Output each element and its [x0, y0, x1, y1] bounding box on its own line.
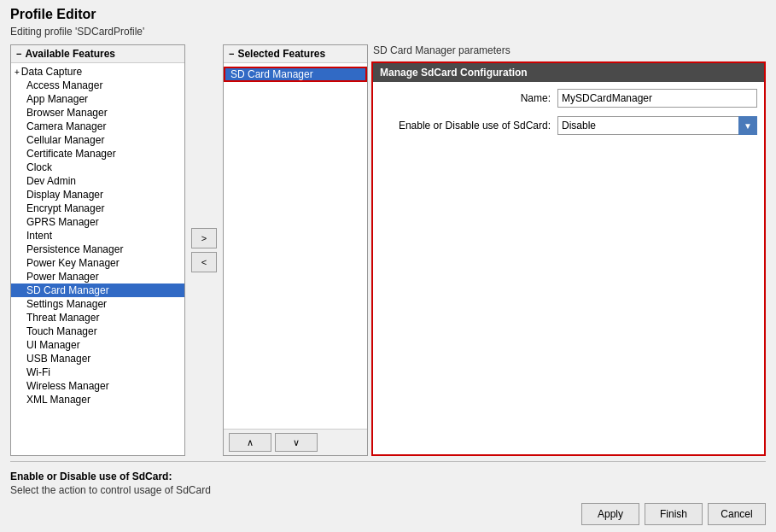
tree-item-power-manager[interactable]: Power Manager — [11, 270, 184, 284]
move-up-button[interactable]: ∧ — [229, 433, 271, 452]
selected-item-sd-card-manager[interactable]: SD Card Manager — [224, 67, 367, 82]
tree-item-data-capture[interactable]: + Data Capture — [11, 65, 184, 79]
tree-item-usb-manager[interactable]: USB Manager — [11, 352, 184, 365]
divider — [10, 461, 766, 462]
profile-editor-dialog: Profile Editor Editing profile 'SDCardPr… — [0, 0, 776, 532]
available-features-list: + Data Capture Access Manager App Manage… — [11, 63, 184, 455]
name-input[interactable] — [557, 89, 757, 108]
available-features-label: Available Features — [25, 48, 115, 60]
enable-label: Enable or Disable use of SdCard: — [380, 120, 551, 132]
tree-item-display-manager[interactable]: Display Manager — [11, 188, 184, 202]
selected-features-header: − Selected Features — [224, 45, 367, 63]
tree-item-access-manager[interactable]: Access Manager — [11, 79, 184, 92]
available-features-header: − Available Features — [11, 45, 184, 63]
selected-features-list: SD Card Manager — [224, 63, 367, 429]
tree-item-encrypt-manager[interactable]: Encrypt Manager — [11, 202, 184, 215]
name-label: Name: — [380, 92, 551, 104]
tree-item-settings-manager[interactable]: Settings Manager — [11, 297, 184, 311]
config-body: Name: Enable or Disable use of SdCard: D… — [373, 82, 764, 142]
available-features-panel: − Available Features + Data Capture Acce… — [10, 44, 185, 456]
selected-features-label: Selected Features — [237, 48, 325, 60]
tree-item-browser-manager[interactable]: Browser Manager — [11, 106, 184, 120]
config-panel-title: SD Card Manager parameters — [371, 44, 766, 58]
apply-button[interactable]: Apply — [581, 503, 639, 525]
config-box-header: Manage SdCard Configuration — [373, 63, 764, 82]
tree-item-ui-manager[interactable]: UI Manager — [11, 338, 184, 352]
selected-features-panel: − Selected Features SD Card Manager ∧ ∨ — [223, 44, 368, 456]
bottom-section: Enable or Disable use of SdCard: Select … — [10, 471, 766, 525]
reorder-arrows: ∧ ∨ — [224, 429, 367, 455]
enable-select[interactable]: Disable Enable — [557, 116, 757, 135]
enable-row: Enable or Disable use of SdCard: Disable… — [380, 116, 757, 135]
tree-item-xml-manager[interactable]: XML Manager — [11, 393, 184, 406]
tree-item-dev-admin[interactable]: Dev Admin — [11, 174, 184, 188]
expand-icon-left[interactable]: − — [16, 49, 21, 59]
move-right-button[interactable]: > — [191, 228, 217, 248]
tree-item-intent[interactable]: Intent — [11, 229, 184, 243]
tree-item-touch-manager[interactable]: Touch Manager — [11, 324, 184, 338]
tree-item-power-key-manager[interactable]: Power Key Manager — [11, 256, 184, 270]
cancel-button[interactable]: Cancel — [708, 503, 766, 525]
tree-item-wireless-manager[interactable]: Wireless Manager — [11, 379, 184, 393]
dialog-subtitle: Editing profile 'SDCardProfile' — [10, 26, 766, 38]
status-bold-text: Enable or Disable use of SdCard: — [10, 471, 766, 482]
main-content: − Available Features + Data Capture Acce… — [10, 44, 766, 456]
tree-item-camera-manager[interactable]: Camera Manager — [11, 120, 184, 133]
tree-item-app-manager[interactable]: App Manager — [11, 92, 184, 106]
button-row: Apply Finish Cancel — [10, 503, 766, 525]
tree-item-sd-card-manager[interactable]: SD Card Manager — [11, 284, 184, 297]
transfer-arrows: > < — [189, 44, 219, 456]
tree-item-persistence-manager[interactable]: Persistence Manager — [11, 243, 184, 256]
expand-icon-data-capture[interactable]: + — [15, 67, 20, 77]
enable-select-wrapper: Disable Enable ▼ — [557, 116, 757, 135]
name-row: Name: — [380, 89, 757, 108]
dialog-title: Profile Editor — [10, 7, 766, 22]
status-desc-text: Select the action to control usage of Sd… — [10, 484, 766, 496]
tree-item-certificate-manager[interactable]: Certificate Manager — [11, 147, 184, 161]
move-left-button[interactable]: < — [191, 252, 217, 272]
tree-item-threat-manager[interactable]: Threat Manager — [11, 311, 184, 324]
config-panel: SD Card Manager parameters Manage SdCard… — [371, 44, 766, 456]
finish-button[interactable]: Finish — [645, 503, 703, 525]
expand-icon-right[interactable]: − — [229, 49, 234, 59]
tree-item-gprs-manager[interactable]: GPRS Manager — [11, 215, 184, 229]
config-box: Manage SdCard Configuration Name: Enable… — [371, 61, 766, 456]
tree-item-clock[interactable]: Clock — [11, 161, 184, 174]
move-down-button[interactable]: ∨ — [275, 433, 318, 452]
tree-item-cellular-manager[interactable]: Cellular Manager — [11, 133, 184, 147]
tree-item-wi-fi[interactable]: Wi-Fi — [11, 365, 184, 379]
